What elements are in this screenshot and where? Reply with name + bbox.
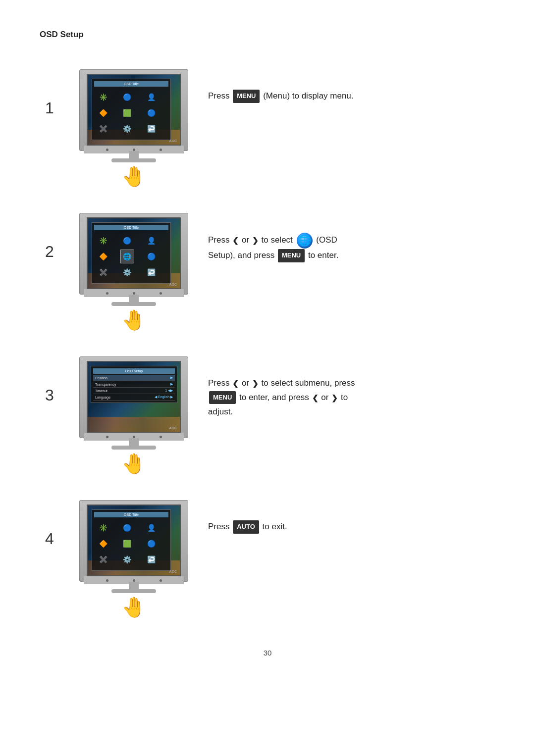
monitor-foot-1 <box>111 158 156 162</box>
dot <box>106 436 108 438</box>
left-arrow-2a: ❮ <box>232 234 239 247</box>
menu-icon: 👤 <box>144 234 158 248</box>
step-2-row: 2 OSD Title ✳️ 🔵 👤 🔶 🌐 <box>40 203 495 342</box>
dot <box>133 292 135 295</box>
menu-icon: ✳️ <box>96 90 110 104</box>
menu-icon: ↩️ <box>144 122 158 136</box>
to-adjust-text: to <box>341 393 348 402</box>
step-3-image: OSD Setup Position ▶ Transparency ▶ Time… <box>74 356 193 475</box>
menu-overlay-1: OSD Title ✳️ 🔵 👤 🔶 🟩 🔵 ✖️ ⚙️ ↩️ <box>92 79 171 140</box>
setup-text: Setup), and press <box>208 251 274 260</box>
monitor-neck-2 <box>129 295 139 302</box>
submenu-row: Timeout 1 ◀▶ <box>93 388 175 394</box>
to-exit-text: to exit. <box>263 522 287 531</box>
osd-title: OSD Setup <box>40 30 495 40</box>
submenu-overlay-3: OSD Setup Position ▶ Transparency ▶ Time… <box>91 366 177 403</box>
step-2-image: OSD Title ✳️ 🔵 👤 🔶 🌐 🔵 ✖️ ⚙️ ↩️ <box>74 213 193 332</box>
menu-key-1: MENU <box>233 90 260 102</box>
step-3-row: 3 OSD Setup Position ▶ Tran <box>40 347 495 485</box>
menu-icon: 🔵 <box>120 521 134 535</box>
monitor-foot-2 <box>111 302 156 306</box>
step-3-number: 3 <box>40 356 59 404</box>
submenu-value: 1 ◀▶ <box>165 389 173 393</box>
menu-icons-2: ✳️ 🔵 👤 🔶 🌐 🔵 ✖️ ⚙️ ↩️ <box>94 232 168 281</box>
menu-overlay-2: OSD Title ✳️ 🔵 👤 🔶 🌐 🔵 ✖️ ⚙️ ↩️ <box>92 222 171 284</box>
step-2-number: 2 <box>40 213 59 261</box>
submenu-label: Timeout <box>95 389 107 393</box>
left-arrow-3b: ❮ <box>312 392 319 404</box>
monitor-neck-4 <box>129 582 139 589</box>
dot <box>160 149 162 151</box>
menu-icon: 🔵 <box>144 250 158 263</box>
submenu-value: ▶ <box>170 382 173 386</box>
step-4-row: 4 OSD Title ✳️ 🔵 👤 🔶 🟩 <box>40 490 495 629</box>
steps-container: 1 OSD Title ✳️ 🔵 👤 🔶 🟩 <box>40 59 495 629</box>
menu-icon: ↩️ <box>144 553 158 566</box>
submenu-title-3: OSD Setup <box>93 368 175 374</box>
monitor-screen-2: OSD Title ✳️ 🔵 👤 🔶 🌐 🔵 ✖️ ⚙️ ↩️ <box>87 217 181 289</box>
osd-setup-label: (OSD <box>316 235 337 245</box>
step-2-text: Press ❮ or ❯ to select (OSD Setup), and … <box>208 213 495 263</box>
hand-icon-4: 🤚 <box>121 596 146 619</box>
or-text-3b: or <box>321 393 328 402</box>
to-enter-text-3: to enter, and press <box>239 393 309 402</box>
monitor-foot-4 <box>111 589 156 593</box>
right-arrow-2a: ❯ <box>252 234 259 247</box>
menu-icon: 🔶 <box>96 250 110 263</box>
menu-overlay-4: OSD Title ✳️ 🔵 👤 🔶 🟩 🔵 ✖️ ⚙️ ↩️ <box>92 509 171 571</box>
submenu-label: Position <box>95 376 107 380</box>
menu-icon: ✳️ <box>96 234 110 248</box>
monitor-frame-1: OSD Title ✳️ 🔵 👤 🔶 🟩 🔵 ✖️ ⚙️ ↩️ <box>79 69 188 151</box>
menu-key-2: MENU <box>278 249 305 262</box>
menu-icon: ↩️ <box>144 265 158 279</box>
menu-icon: 🔵 <box>144 537 158 551</box>
step-4-image: OSD Title ✳️ 🔵 👤 🔶 🟩 🔵 ✖️ ⚙️ ↩️ <box>74 500 193 619</box>
dot <box>160 292 162 295</box>
step-1-row: 1 OSD Title ✳️ 🔵 👤 🔶 🟩 <box>40 59 495 198</box>
monitor-neck-1 <box>129 151 139 158</box>
aoc-label-2: AOC <box>169 283 177 286</box>
monitor-neck-3 <box>129 438 139 446</box>
submenu-value: ◀ English ▶ <box>155 395 173 399</box>
menu-icon: 🔵 <box>120 90 134 104</box>
page-number: 30 <box>40 649 495 657</box>
menu-icon: 🔵 <box>144 106 158 120</box>
monitor-frame-3: OSD Setup Position ▶ Transparency ▶ Time… <box>79 356 188 438</box>
menu-icon: 🟩 <box>120 106 134 120</box>
auto-key-4: AUTO <box>233 520 259 533</box>
monitor-frame-4: OSD Title ✳️ 🔵 👤 🔶 🟩 🔵 ✖️ ⚙️ ↩️ <box>79 500 188 582</box>
submenu-row: Language ◀ English ▶ <box>93 394 175 401</box>
dot <box>106 579 108 582</box>
right-arrow-3b: ❯ <box>331 392 338 404</box>
step-4-text: Press AUTO to exit. <box>208 500 495 534</box>
menu-icon: ✖️ <box>96 265 110 279</box>
submenu-row: Position ▶ <box>93 375 175 381</box>
submenu-value: ▶ <box>170 376 173 380</box>
hand-icon-2: 🤚 <box>121 308 146 332</box>
to-select-submenu-text: to select submenu, press <box>262 378 355 388</box>
menu-icon: 🟩 <box>120 537 134 551</box>
dot <box>133 579 135 582</box>
menu-title-1: OSD Title <box>94 81 168 87</box>
menu-key-3: MENU <box>209 391 236 404</box>
menu-icon: ✖️ <box>96 553 110 566</box>
hand-icon-1: 🤚 <box>121 165 146 188</box>
osd-globe-icon <box>297 233 313 249</box>
aoc-label-1: AOC <box>169 139 177 143</box>
monitor-screen-3: OSD Setup Position ▶ Transparency ▶ Time… <box>87 361 181 433</box>
menu-icon-selected: 🌐 <box>120 250 134 263</box>
monitor-screen-4: OSD Title ✳️ 🔵 👤 🔶 🟩 🔵 ✖️ ⚙️ ↩️ <box>87 504 181 576</box>
aoc-label-4: AOC <box>169 570 177 573</box>
submenu-label: Language <box>95 396 110 399</box>
aoc-label-3: AOC <box>169 426 177 430</box>
menu-icon: ⚙️ <box>120 265 134 279</box>
step-1-image: OSD Title ✳️ 🔵 👤 🔶 🟩 🔵 ✖️ ⚙️ ↩️ <box>74 69 193 188</box>
step-1-text: Press MENU (Menu) to display menu. <box>208 69 495 103</box>
monitor-screen-1: OSD Title ✳️ 🔵 👤 🔶 🟩 🔵 ✖️ ⚙️ ↩️ <box>87 74 181 146</box>
menu-icon: 👤 <box>144 521 158 535</box>
monitor-frame-2: OSD Title ✳️ 🔵 👤 🔶 🌐 🔵 ✖️ ⚙️ ↩️ <box>79 213 188 295</box>
to-enter-text-2: to enter. <box>308 251 338 260</box>
or-text-3a: or <box>242 378 249 388</box>
right-arrow-3a: ❯ <box>252 377 259 390</box>
menu-icon: ✖️ <box>96 122 110 136</box>
